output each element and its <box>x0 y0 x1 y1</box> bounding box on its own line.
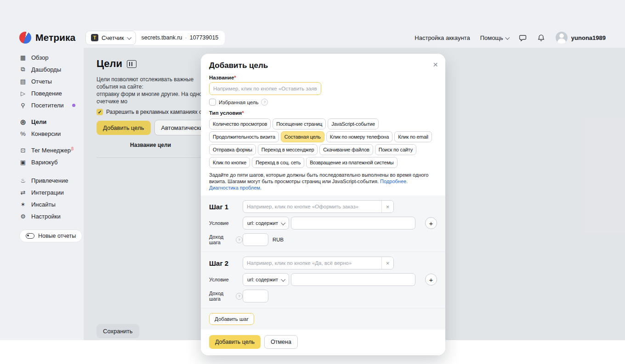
account-settings-link[interactable]: Настройка аккаунта <box>415 34 470 41</box>
step-title: Шаг 1 <box>209 203 243 211</box>
clear-icon[interactable]: × <box>381 257 393 269</box>
goal-type-chip[interactable]: JavaScript-событие <box>328 118 379 129</box>
conversions-icon: % <box>19 130 27 137</box>
step-name-input[interactable] <box>243 257 381 269</box>
metrika-logo-icon <box>19 32 31 44</box>
goal-type-chip[interactable]: Клик по кнопке <box>209 157 250 168</box>
sidebar-item-integrations[interactable]: ⇄ Интеграции <box>19 186 88 198</box>
condition-label: Условие <box>209 277 243 282</box>
beta-badge: β <box>71 146 74 151</box>
condition-select[interactable]: url: содержит <box>243 217 289 230</box>
sidebar-item-label: Поведение <box>31 90 62 97</box>
add-condition-button[interactable]: + <box>425 217 437 229</box>
goal-type-chip[interactable]: Отправка формы <box>209 144 256 155</box>
sidebar-item-label: Дашборды <box>31 66 61 73</box>
submit-goal-button[interactable]: Добавить цель <box>209 335 261 349</box>
goal-type-chip[interactable]: Количество просмотров <box>209 118 271 129</box>
sidebar-item-label: Конверсии <box>31 130 61 137</box>
variocube-icon: ▣ <box>19 159 27 166</box>
info-icon[interactable]: ? <box>236 293 243 300</box>
step-income-input[interactable] <box>243 290 268 302</box>
name-label: Название* <box>209 75 437 80</box>
goal-name-input[interactable] <box>209 82 321 95</box>
chevron-down-icon <box>505 35 510 39</box>
condition-value-input[interactable] <box>291 217 415 230</box>
condition-select-value: url: содержит <box>247 277 278 282</box>
help-menu[interactable]: Помощь <box>480 34 509 41</box>
goal-type-chip[interactable]: Переход в мессенджер <box>258 144 318 155</box>
chevron-down-icon <box>281 220 285 225</box>
step-income-input[interactable] <box>243 233 268 246</box>
user-menu[interactable]: yunona1989 <box>556 32 606 44</box>
goal-type-chip[interactable]: Клик по email <box>394 131 432 142</box>
app: Метрика T Счетчик secrets.tbank.ru · 107… <box>0 0 625 364</box>
sidebar-item-tag-manager[interactable]: ⊡ Тег Менеджерβ <box>19 144 88 156</box>
cancel-button[interactable]: Отмена <box>264 335 298 349</box>
sidebar-item-label: Вариокуб <box>31 159 58 166</box>
steps-hint: Задайте до пяти шагов, которые должны бы… <box>209 172 437 191</box>
goal-type-chip[interactable]: Возвращение из платежной системы <box>306 157 397 168</box>
chevron-down-icon <box>281 277 285 281</box>
required-asterisk: * <box>234 75 236 80</box>
counter-id: 107739015 <box>190 34 219 41</box>
top-bar: Метрика T Счетчик secrets.tbank.ru · 107… <box>0 28 625 47</box>
goal-type-chips: Количество просмотров Посещение страниц … <box>209 118 442 168</box>
counter-group: T Счетчик secrets.tbank.ru · 107739015 <box>85 31 225 45</box>
modal-footer: Добавить цель Отмена <box>201 330 445 355</box>
goal-type-chip[interactable]: Поиск по сайту <box>375 144 416 155</box>
sidebar-item-variocube[interactable]: ▣ Вариокуб <box>19 156 88 168</box>
more-link[interactable]: Подробнее. <box>380 179 408 184</box>
goal-type-chip[interactable]: Переход в соц. сеть <box>252 157 304 168</box>
help-label: Помощь <box>480 34 503 41</box>
step-1: Шаг 1 × Условие url: содержит + <box>201 196 445 252</box>
insights-icon: ✶ <box>19 201 27 208</box>
close-icon[interactable]: × <box>433 60 438 69</box>
goal-type-chip[interactable]: Скачивание файлов <box>319 144 373 155</box>
add-condition-button[interactable]: + <box>425 274 437 286</box>
sidebar-item-visitors[interactable]: ⚲ Посетители <box>19 99 88 111</box>
favorite-checkbox[interactable] <box>209 99 216 106</box>
counter-selector-label: Счетчик <box>102 34 124 41</box>
add-step-button[interactable]: Добавить шаг <box>209 313 254 325</box>
step-name-input[interactable] <box>243 201 381 213</box>
counter-icon: T <box>91 34 98 41</box>
bell-icon[interactable] <box>537 34 545 42</box>
counter-selector[interactable]: T Счетчик <box>85 31 136 45</box>
new-reports-button[interactable]: Новые отчеты <box>19 230 82 242</box>
dashboards-icon: ⧉ <box>19 66 27 73</box>
sidebar-item-acquisition[interactable]: ♨ Привлечение <box>19 174 88 186</box>
goal-type-chip[interactable]: Клик по номеру телефона <box>326 131 392 142</box>
add-step-row: Добавить шаг <box>201 308 445 330</box>
chat-icon[interactable] <box>519 34 527 42</box>
sidebar-item-insights[interactable]: ✶ Инсайты <box>19 198 88 210</box>
condition-select[interactable]: url: содержит <box>243 273 289 286</box>
info-icon[interactable]: ? <box>236 236 243 243</box>
sidebar-item-settings[interactable]: ⚙ Настройки <box>19 210 88 222</box>
sidebar-item-behavior[interactable]: ▷ Поведение <box>19 87 88 99</box>
sidebar-item-label: Обзор <box>31 54 49 61</box>
goal-type-chip[interactable]: Посещение страниц <box>273 118 326 129</box>
avatar <box>556 32 568 44</box>
info-icon[interactable]: ? <box>261 99 268 106</box>
condition-label: Условие <box>209 220 243 226</box>
goals-icon: ◎ <box>19 118 27 125</box>
sidebar-item-reports[interactable]: ▤ Отчеты <box>19 75 88 87</box>
goal-type-chip-selected[interactable]: Составная цель <box>281 131 324 142</box>
sidebar-item-label: Привлечение <box>31 177 68 184</box>
favorite-label: Избранная цель <box>219 100 258 105</box>
sidebar-item-dashboards[interactable]: ⧉ Дашборды <box>19 63 88 75</box>
sidebar-item-label: Настройки <box>31 213 61 220</box>
goal-type-chip[interactable]: Продолжительность визита <box>209 131 279 142</box>
condition-value-input[interactable] <box>291 273 415 286</box>
sidebar-item-overview[interactable]: ▦ Обзор <box>19 51 88 63</box>
favorite-goal-row[interactable]: Избранная цель ? <box>209 99 437 106</box>
clear-icon[interactable]: × <box>381 201 393 213</box>
sidebar-item-label: Интеграции <box>31 189 64 196</box>
income-label: Доход шага ? <box>209 291 243 302</box>
sidebar-item-goals[interactable]: ◎ Цели <box>19 116 88 128</box>
steps-section: Шаг 1 × Условие url: содержит + <box>201 196 445 330</box>
diagnostics-link[interactable]: Диагностика проблем. <box>209 185 261 190</box>
username: yunona1989 <box>571 34 606 41</box>
currency-label: RUB <box>273 237 284 242</box>
sidebar-item-conversions[interactable]: % Конверсии <box>19 128 88 140</box>
